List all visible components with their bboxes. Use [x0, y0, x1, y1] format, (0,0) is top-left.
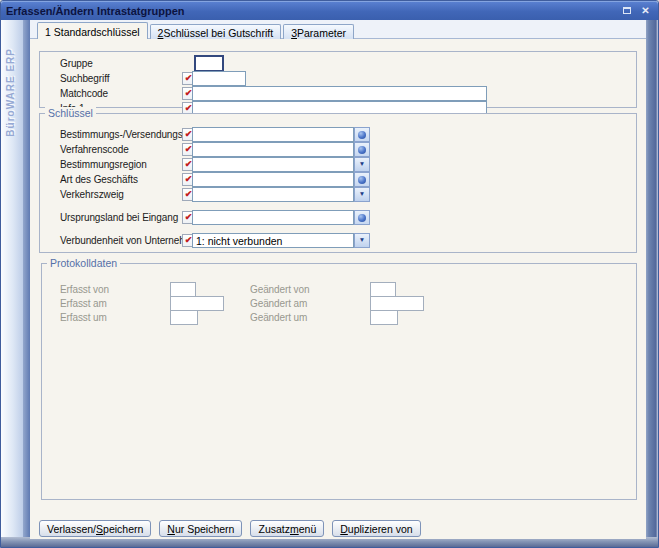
tab-label-post: Parameter [297, 27, 346, 39]
field-row: Ursprungsland bei Eingang ✔ [40, 210, 636, 225]
dropdown-button[interactable]: ▼ [354, 233, 370, 248]
tab-schluessel-bei-gutschrift[interactable]: 2 Schlüssel bei Gutschrift [150, 24, 282, 39]
button-accel: m [290, 523, 299, 535]
gruppe-label: Gruppe [60, 58, 93, 69]
field-row: Erfasst am Geändert am [42, 296, 636, 311]
button-accel: S [96, 523, 103, 535]
lookup-button[interactable] [354, 127, 370, 142]
lookup-button[interactable] [354, 142, 370, 157]
button-label-post: enü [299, 523, 317, 535]
button-label-post: peichern [103, 523, 143, 535]
window-title: Erfassen/Ändern Intrastatgruppen [6, 5, 184, 17]
schluessel-groupbox: Schlüssel Bestimmungs-/Versendungsland ✔… [39, 113, 637, 253]
brand-vertical-text: BüroWARE ERP [5, 48, 16, 137]
dialog-window: Erfassen/Ändern Intrastatgruppen ✕ BüroW… [0, 0, 659, 548]
field-row: Gruppe [40, 56, 636, 71]
erfasst-um-input [170, 310, 198, 325]
geaendert-von-input [370, 282, 396, 297]
geaendert-um-input [370, 310, 398, 325]
head-groupbox: Gruppe Suchbegriff ✔ Matchcode ✔ Info 1 … [39, 51, 637, 108]
gruppe-input[interactable] [194, 55, 224, 72]
bestimmungsland-label: Bestimmungs-/Versendungsland [60, 129, 201, 140]
nur-speichern-button[interactable]: Nur Speichern [159, 520, 242, 537]
restore-button[interactable] [619, 4, 634, 17]
tab-label: 1 Standardschlüssel [45, 26, 140, 38]
geaendert-am-label: Geändert am [250, 298, 307, 309]
window-controls: ✕ [619, 4, 653, 17]
restore-icon [623, 7, 631, 14]
verfahrenscode-input[interactable] [192, 142, 354, 157]
dropdown-button[interactable]: ▼ [354, 157, 370, 172]
bestimmungsland-input[interactable] [192, 127, 354, 142]
field-row: Verkehrszweig ✔ ▼ [40, 187, 636, 202]
lookup-button[interactable] [354, 210, 370, 225]
button-accel: N [167, 523, 175, 535]
frame-strip-right [644, 20, 658, 537]
tab-standardschluessel[interactable]: 1 Standardschlüssel [37, 22, 148, 39]
bestimmungsregion-input[interactable] [192, 157, 354, 172]
ursprungsland-label: Ursprungsland bei Eingang [60, 212, 178, 223]
protokolldaten-groupbox: Protokolldaten Erfasst von Geändert von … [41, 263, 637, 500]
field-row: Bestimmungsregion ✔ ▼ [40, 157, 636, 172]
verkehrszweig-label: Verkehrszweig [60, 189, 124, 200]
field-row: Verfahrenscode ✔ [40, 142, 636, 157]
button-label-post: uplizieren von [348, 523, 413, 535]
close-icon: ✕ [641, 6, 649, 16]
button-label: Zusatz [258, 523, 290, 535]
matchcode-label: Matchcode [60, 88, 108, 99]
field-row: Suchbegriff ✔ [40, 71, 636, 86]
button-label-post: ur Speichern [175, 523, 235, 535]
geaendert-am-input [370, 296, 424, 311]
suchbegriff-label: Suchbegriff [60, 73, 109, 84]
button-accel: D [340, 523, 348, 535]
sphere-icon [358, 214, 366, 222]
lookup-button[interactable] [354, 172, 370, 187]
tab-label-post: Schlüssel bei Gutschrift [163, 27, 273, 39]
protokolldaten-group-title: Protokolldaten [47, 257, 120, 269]
art-des-geschaefts-label: Art des Geschäfts [60, 174, 138, 185]
tab-row: 1 Standardschlüssel 2 Schlüssel bei Guts… [37, 22, 356, 39]
erfasst-von-label: Erfasst von [60, 284, 109, 295]
dropdown-button[interactable]: ▼ [354, 187, 370, 202]
verkehrszweig-input[interactable] [192, 187, 354, 202]
sphere-icon [358, 176, 366, 184]
dialog-content: 1 Standardschlüssel 2 Schlüssel bei Guts… [30, 20, 646, 539]
frame-strip-left [23, 20, 30, 537]
sphere-icon [358, 131, 366, 139]
erfasst-um-label: Erfasst um [60, 312, 107, 323]
field-row: Bestimmungs-/Versendungsland ✔ [40, 127, 636, 142]
verlassen-speichern-button[interactable]: Verlassen/Speichern [39, 520, 151, 537]
field-row: Verbundenheit von Unternehmen ✔ ▼ [40, 233, 636, 248]
tab-parameter[interactable]: 3 Parameter [283, 24, 354, 39]
art-des-geschaefts-input[interactable] [192, 172, 354, 187]
action-button-row: Verlassen/Speichern Nur Speichern Zusatz… [39, 520, 421, 537]
geaendert-von-label: Geändert von [250, 284, 309, 295]
erfasst-von-input [170, 282, 196, 297]
field-row: Matchcode ✔ [40, 86, 636, 101]
geaendert-um-label: Geändert um [250, 312, 307, 323]
field-row: Art des Geschäfts ✔ [40, 172, 636, 187]
erfasst-am-label: Erfasst am [60, 298, 107, 309]
ursprungsland-input[interactable] [192, 210, 354, 225]
duplizieren-von-button[interactable]: Duplizieren von [332, 520, 420, 537]
title-bar: Erfassen/Ändern Intrastatgruppen ✕ [1, 1, 658, 20]
chevron-down-icon: ▼ [359, 161, 365, 168]
chevron-down-icon: ▼ [359, 191, 365, 198]
button-label: Verlassen/ [47, 523, 96, 535]
matchcode-input[interactable] [192, 86, 487, 101]
field-row: Erfasst von Geändert von [42, 282, 636, 297]
brand-sidebar: BüroWARE ERP [1, 20, 23, 537]
suchbegriff-input[interactable] [192, 71, 246, 86]
erfasst-am-input [170, 296, 224, 311]
sphere-icon [358, 146, 366, 154]
zusatzmenu-button[interactable]: Zusatzmenü [250, 520, 324, 537]
bestimmungsregion-label: Bestimmungsregion [60, 159, 147, 170]
schluessel-group-title: Schlüssel [45, 107, 96, 119]
field-row: Erfasst um Geändert um [42, 310, 636, 325]
close-button[interactable]: ✕ [638, 4, 653, 17]
verfahrenscode-label: Verfahrenscode [60, 144, 129, 155]
chevron-down-icon: ▼ [359, 237, 365, 244]
verbundenheit-select[interactable] [192, 233, 354, 248]
